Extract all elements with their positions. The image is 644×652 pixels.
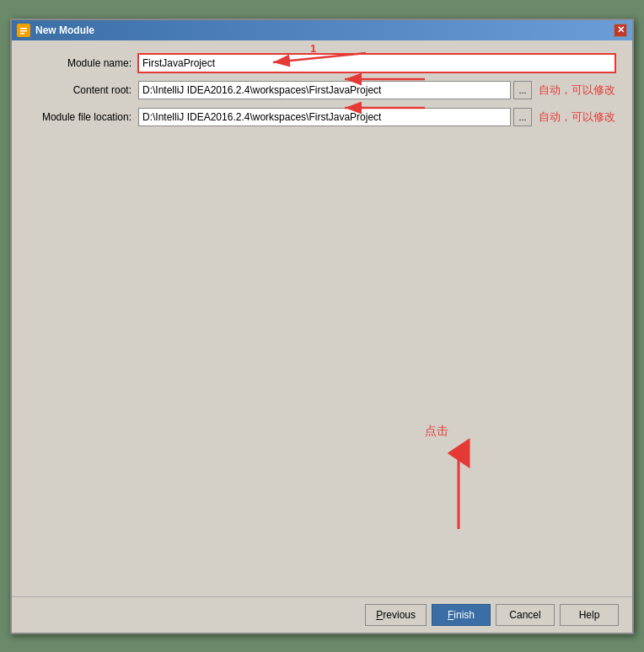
help-button[interactable]: Help bbox=[560, 604, 619, 626]
module-file-browse-btn[interactable]: ... bbox=[513, 108, 532, 126]
dialog-icon bbox=[17, 24, 30, 37]
annotation-number: 1 bbox=[310, 42, 316, 55]
svg-rect-3 bbox=[20, 33, 24, 35]
click-annotation: 点击 bbox=[425, 424, 448, 439]
dialog-content: Module name: 1 Content root: ... 自动，可以修改… bbox=[12, 40, 632, 596]
dialog-title: New Module bbox=[35, 24, 94, 36]
cancel-button[interactable]: Cancel bbox=[496, 604, 555, 626]
previous-button[interactable]: Previous bbox=[365, 604, 427, 626]
auto-modify-annotation-1: 自动，可以修改 bbox=[539, 83, 615, 98]
title-bar-left: New Module bbox=[17, 24, 94, 37]
svg-rect-2 bbox=[20, 30, 27, 32]
content-root-browse-btn[interactable]: ... bbox=[513, 81, 532, 99]
finish-button[interactable]: Finish bbox=[432, 604, 491, 626]
module-name-row: Module name: 1 bbox=[29, 54, 615, 72]
content-root-label: Content root: bbox=[29, 84, 138, 96]
auto-modify-annotation-2: 自动，可以修改 bbox=[539, 110, 615, 125]
module-file-row: Module file location: ... 自动，可以修改 bbox=[29, 108, 615, 126]
content-root-input[interactable] bbox=[138, 81, 511, 99]
svg-rect-1 bbox=[20, 28, 27, 29]
content-root-row: Content root: ... 自动，可以修改 bbox=[29, 81, 615, 99]
module-name-input[interactable] bbox=[138, 54, 615, 72]
module-name-label: Module name: bbox=[29, 57, 138, 69]
module-file-input[interactable] bbox=[138, 108, 511, 126]
close-button[interactable]: ✕ bbox=[614, 24, 627, 37]
dialog-footer: Previous Finish Cancel Help bbox=[12, 596, 632, 633]
new-module-dialog: New Module ✕ Module name: 1 Content root… bbox=[10, 19, 634, 634]
title-bar: New Module ✕ bbox=[12, 20, 632, 40]
module-file-label: Module file location: bbox=[29, 111, 138, 123]
